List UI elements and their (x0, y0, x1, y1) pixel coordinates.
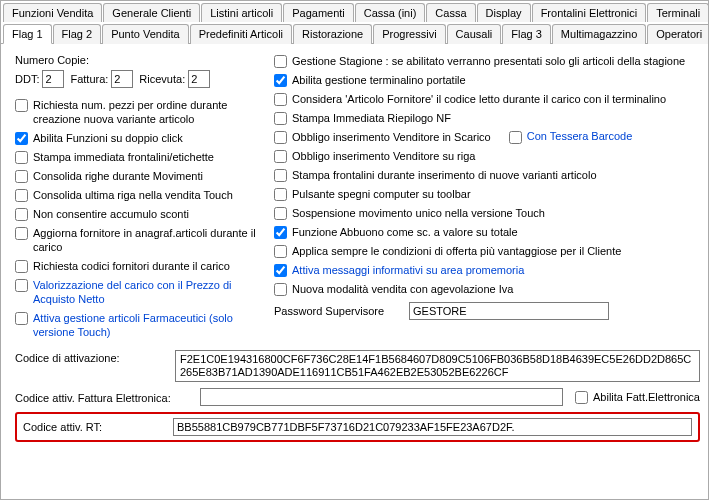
right-check-label-9: Funzione Abbuono come sc. a valore su to… (292, 225, 518, 239)
right-check-label-1: Abilita gestione terminalino portatile (292, 73, 466, 87)
left-check-8[interactable] (15, 279, 28, 292)
ddt-label: DDT: (15, 73, 39, 85)
left-check-5[interactable] (15, 208, 28, 221)
numero-copie-label: Numero Copie: (15, 54, 260, 66)
tab-flag-3[interactable]: Flag 3 (502, 24, 551, 44)
right-check-label-11: Attiva messaggi informativi su area prom… (292, 263, 524, 277)
left-check-4[interactable] (15, 189, 28, 202)
right-check-label-7: Pulsante spegni computer su toolbar (292, 187, 471, 201)
left-check-label-6: Aggiorna fornitore in anagraf.articoli d… (33, 226, 260, 254)
abilita-fatt-elettr-checkbox[interactable] (575, 391, 588, 404)
codice-fatt-elettr-label: Codice attiv. Fattura Elettronica: (15, 390, 200, 404)
right-check-3[interactable] (274, 112, 287, 125)
right-check-label-10: Applica sempre le condizioni di offerta … (292, 244, 621, 258)
tab-pagamenti[interactable]: Pagamenti (283, 3, 354, 22)
left-check-label-4: Consolida ultima riga nella vendita Touc… (33, 188, 233, 202)
codice-rt-highlight: Codice attiv. RT: (15, 412, 700, 442)
left-check-label-8: Valorizzazione del carico con il Prezzo … (33, 278, 260, 306)
codice-rt-input[interactable] (173, 418, 692, 436)
left-check-label-9: Attiva gestione articoli Farmaceutici (s… (33, 311, 260, 339)
tab-generale-clienti[interactable]: Generale Clienti (103, 3, 200, 22)
codice-attivazione-label: Codice di attivazione: (15, 350, 175, 364)
right-check-label-3: Stampa Immediata Riepilogo NF (292, 111, 451, 125)
tab-predefiniti-articoli[interactable]: Predefiniti Articoli (190, 24, 292, 44)
ddt-input[interactable] (42, 70, 64, 88)
tab-flag-1[interactable]: Flag 1 (3, 24, 52, 44)
left-check-2[interactable] (15, 151, 28, 164)
right-check-label-0: Gestione Stagione : se abilitato verrann… (292, 54, 685, 68)
panel-flag1: Numero Copie: DDT: Fattura: Ricevuta: Ri… (1, 44, 708, 450)
right-check-6[interactable] (274, 169, 287, 182)
right-check-4[interactable] (274, 131, 287, 144)
fattura-label: Fattura: (70, 73, 108, 85)
con-tessera-barcode-label: Con Tessera Barcode (527, 130, 633, 142)
right-check-11[interactable] (274, 264, 287, 277)
codice-fatt-elettr-input[interactable] (200, 388, 563, 406)
con-tessera-barcode-checkbox[interactable] (509, 131, 522, 144)
left-check-label-1: Abilita Funzioni su doppio click (33, 131, 183, 145)
fattura-input[interactable] (111, 70, 133, 88)
tab-flag-2[interactable]: Flag 2 (53, 24, 102, 44)
right-check-label-5: Obbligo inserimento Venditore su riga (292, 149, 475, 163)
right-check-9[interactable] (274, 226, 287, 239)
tab-frontalini-elettronici[interactable]: Frontalini Elettronici (532, 3, 647, 22)
right-check-0[interactable] (274, 55, 287, 68)
left-check-label-0: Richiesta num. pezzi per ordine durante … (33, 98, 260, 126)
tab-display[interactable]: Display (477, 3, 531, 22)
left-check-1[interactable] (15, 132, 28, 145)
tab-causali[interactable]: Causali (447, 24, 502, 44)
right-check-7[interactable] (274, 188, 287, 201)
right-check-label-12: Nuova modalità vendita con agevolazione … (292, 282, 513, 296)
tab-punto-vendita[interactable]: Punto Vendita (102, 24, 189, 44)
right-check-label-6: Stampa frontalini durante inserimento di… (292, 168, 597, 182)
password-supervisore-input[interactable] (409, 302, 609, 320)
left-check-9[interactable] (15, 312, 28, 325)
right-check-1[interactable] (274, 74, 287, 87)
left-check-0[interactable] (15, 99, 28, 112)
right-check-10[interactable] (274, 245, 287, 258)
abilita-fatt-elettr-label: Abilita Fatt.Elettronica (593, 390, 700, 404)
left-check-label-3: Consolida righe durante Movimenti (33, 169, 203, 183)
password-supervisore-label: Password Supervisore (274, 305, 409, 317)
right-check-label-4: Obbligo inserimento Venditore in Scarico (292, 130, 491, 144)
tab-multimagazzino[interactable]: Multimagazzino (552, 24, 646, 44)
tab-cassa-ini-[interactable]: Cassa (ini) (355, 3, 426, 22)
ricevuta-input[interactable] (188, 70, 210, 88)
left-check-3[interactable] (15, 170, 28, 183)
tab-ristorazione[interactable]: Ristorazione (293, 24, 372, 44)
tab-progressivi[interactable]: Progressivi (373, 24, 445, 44)
codice-rt-label: Codice attiv. RT: (23, 421, 173, 433)
codice-attivazione-value[interactable]: F2E1C0E194316800CF6F736C28E14F1B5684607D… (175, 350, 700, 382)
right-check-2[interactable] (274, 93, 287, 106)
left-check-7[interactable] (15, 260, 28, 273)
right-check-label-2: Considera 'Articolo Fornitore' il codice… (292, 92, 666, 106)
left-check-6[interactable] (15, 227, 28, 240)
ricevuta-label: Ricevuta: (139, 73, 185, 85)
right-check-5[interactable] (274, 150, 287, 163)
left-check-label-7: Richiesta codici fornitori durante il ca… (33, 259, 230, 273)
tabs-row-bottom: Flag 1Flag 2Punto VenditaPredefiniti Art… (1, 22, 708, 44)
right-check-label-8: Sospensione movimento unico nella versio… (292, 206, 545, 220)
left-check-label-2: Stampa immediata frontalini/etichette (33, 150, 214, 164)
tab-listini-articoli[interactable]: Listini articoli (201, 3, 282, 22)
tab-terminali[interactable]: Terminali (647, 3, 709, 22)
tab-funzioni-vendita[interactable]: Funzioni Vendita (3, 3, 102, 22)
tab-operatori[interactable]: Operatori (647, 24, 709, 44)
tab-cassa[interactable]: Cassa (426, 3, 475, 22)
right-check-8[interactable] (274, 207, 287, 220)
right-check-12[interactable] (274, 283, 287, 296)
left-check-label-5: Non consentire accumulo sconti (33, 207, 189, 221)
tabs-row-top: Funzioni VenditaGenerale ClientiListini … (1, 1, 708, 22)
